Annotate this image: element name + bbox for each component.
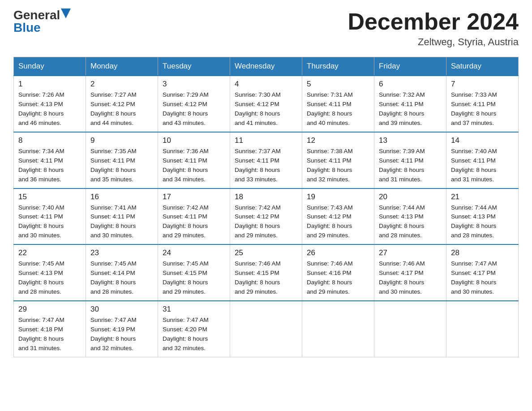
day-number: 25	[235, 248, 297, 257]
calendar-cell: 16Sunrise: 7:41 AMSunset: 4:11 PMDayligh…	[86, 188, 158, 245]
logo: General Blue	[13, 9, 71, 34]
weekday-header-tuesday: Tuesday	[158, 57, 230, 76]
day-number: 26	[307, 248, 369, 257]
calendar-week-row: 15Sunrise: 7:40 AMSunset: 4:11 PMDayligh…	[14, 188, 519, 245]
calendar-cell: 15Sunrise: 7:40 AMSunset: 4:11 PMDayligh…	[14, 188, 86, 245]
calendar-cell	[374, 301, 446, 357]
weekday-header-thursday: Thursday	[302, 57, 374, 76]
calendar-week-row: 29Sunrise: 7:47 AMSunset: 4:18 PMDayligh…	[14, 301, 519, 357]
calendar-cell: 17Sunrise: 7:42 AMSunset: 4:11 PMDayligh…	[158, 188, 230, 245]
day-number: 12	[307, 136, 369, 145]
day-info: Sunrise: 7:27 AMSunset: 4:12 PMDaylight:…	[90, 90, 153, 128]
day-number: 11	[235, 136, 297, 145]
calendar-cell: 11Sunrise: 7:37 AMSunset: 4:11 PMDayligh…	[230, 132, 302, 188]
calendar-cell: 30Sunrise: 7:47 AMSunset: 4:19 PMDayligh…	[86, 301, 158, 357]
day-number: 8	[18, 136, 81, 145]
calendar-cell: 9Sunrise: 7:35 AMSunset: 4:11 PMDaylight…	[86, 132, 158, 188]
day-info: Sunrise: 7:46 AMSunset: 4:15 PMDaylight:…	[235, 259, 297, 297]
day-number: 9	[90, 136, 153, 145]
calendar-week-row: 1Sunrise: 7:26 AMSunset: 4:13 PMDaylight…	[14, 76, 519, 132]
calendar-cell: 28Sunrise: 7:47 AMSunset: 4:17 PMDayligh…	[446, 244, 519, 301]
day-number: 2	[90, 80, 153, 89]
calendar-cell: 12Sunrise: 7:38 AMSunset: 4:11 PMDayligh…	[302, 132, 374, 188]
day-info: Sunrise: 7:29 AMSunset: 4:12 PMDaylight:…	[163, 90, 225, 128]
calendar-week-row: 8Sunrise: 7:34 AMSunset: 4:11 PMDaylight…	[14, 132, 519, 188]
weekday-header-row: SundayMondayTuesdayWednesdayThursdayFrid…	[14, 57, 519, 76]
day-number: 5	[307, 80, 369, 89]
calendar-cell: 6Sunrise: 7:32 AMSunset: 4:11 PMDaylight…	[374, 76, 446, 132]
day-info: Sunrise: 7:45 AMSunset: 4:14 PMDaylight:…	[90, 259, 153, 297]
day-info: Sunrise: 7:26 AMSunset: 4:13 PMDaylight:…	[18, 90, 81, 128]
weekday-header-saturday: Saturday	[446, 57, 519, 76]
day-number: 1	[18, 80, 81, 89]
day-number: 28	[451, 248, 514, 257]
calendar-cell: 3Sunrise: 7:29 AMSunset: 4:12 PMDaylight…	[158, 76, 230, 132]
day-number: 20	[379, 193, 442, 201]
calendar-cell: 7Sunrise: 7:33 AMSunset: 4:11 PMDaylight…	[446, 76, 519, 132]
day-info: Sunrise: 7:31 AMSunset: 4:11 PMDaylight:…	[307, 90, 369, 128]
day-info: Sunrise: 7:32 AMSunset: 4:11 PMDaylight:…	[379, 90, 442, 128]
day-info: Sunrise: 7:42 AMSunset: 4:12 PMDaylight:…	[235, 203, 297, 241]
day-info: Sunrise: 7:47 AMSunset: 4:18 PMDaylight:…	[18, 316, 81, 353]
day-number: 19	[307, 193, 369, 201]
location-text: Zeltweg, Styria, Austria	[348, 36, 519, 48]
calendar-cell: 2Sunrise: 7:27 AMSunset: 4:12 PMDaylight…	[86, 76, 158, 132]
day-number: 13	[379, 136, 442, 145]
month-title: December 2024	[348, 9, 519, 34]
calendar-cell: 24Sunrise: 7:45 AMSunset: 4:15 PMDayligh…	[158, 244, 230, 301]
calendar-cell: 21Sunrise: 7:44 AMSunset: 4:13 PMDayligh…	[446, 188, 519, 245]
day-number: 7	[451, 80, 514, 89]
day-number: 10	[163, 136, 225, 145]
logo-triangle-icon	[61, 9, 71, 18]
calendar-cell	[302, 301, 374, 357]
calendar-cell: 25Sunrise: 7:46 AMSunset: 4:15 PMDayligh…	[230, 244, 302, 301]
page-header: General Blue December 2024 Zeltweg, Styr…	[13, 9, 519, 48]
calendar-cell: 22Sunrise: 7:45 AMSunset: 4:13 PMDayligh…	[14, 244, 86, 301]
day-info: Sunrise: 7:42 AMSunset: 4:11 PMDaylight:…	[163, 203, 225, 241]
day-info: Sunrise: 7:40 AMSunset: 4:11 PMDaylight:…	[18, 203, 81, 241]
day-number: 18	[235, 193, 297, 201]
day-info: Sunrise: 7:44 AMSunset: 4:13 PMDaylight:…	[451, 203, 514, 241]
day-number: 6	[379, 80, 442, 89]
calendar-cell: 1Sunrise: 7:26 AMSunset: 4:13 PMDaylight…	[14, 76, 86, 132]
day-info: Sunrise: 7:38 AMSunset: 4:11 PMDaylight:…	[307, 147, 369, 184]
day-number: 16	[90, 193, 153, 201]
calendar-table: SundayMondayTuesdayWednesdayThursdayFrid…	[13, 57, 519, 357]
day-info: Sunrise: 7:36 AMSunset: 4:11 PMDaylight:…	[163, 147, 225, 184]
weekday-header-wednesday: Wednesday	[230, 57, 302, 76]
day-number: 15	[18, 193, 81, 201]
day-info: Sunrise: 7:47 AMSunset: 4:20 PMDaylight:…	[163, 316, 225, 353]
day-number: 30	[90, 305, 153, 314]
calendar-cell: 18Sunrise: 7:42 AMSunset: 4:12 PMDayligh…	[230, 188, 302, 245]
logo-general-text: General	[13, 9, 60, 21]
calendar-cell: 20Sunrise: 7:44 AMSunset: 4:13 PMDayligh…	[374, 188, 446, 245]
calendar-cell	[446, 301, 519, 357]
calendar-cell: 14Sunrise: 7:40 AMSunset: 4:11 PMDayligh…	[446, 132, 519, 188]
day-info: Sunrise: 7:46 AMSunset: 4:17 PMDaylight:…	[379, 259, 442, 297]
day-info: Sunrise: 7:47 AMSunset: 4:17 PMDaylight:…	[451, 259, 514, 297]
day-info: Sunrise: 7:37 AMSunset: 4:11 PMDaylight:…	[235, 147, 297, 184]
weekday-header-friday: Friday	[374, 57, 446, 76]
calendar-cell	[230, 301, 302, 357]
day-number: 22	[18, 248, 81, 257]
day-number: 21	[451, 193, 514, 201]
weekday-header-sunday: Sunday	[14, 57, 86, 76]
day-info: Sunrise: 7:45 AMSunset: 4:13 PMDaylight:…	[18, 259, 81, 297]
weekday-header-monday: Monday	[86, 57, 158, 76]
calendar-cell: 29Sunrise: 7:47 AMSunset: 4:18 PMDayligh…	[14, 301, 86, 357]
day-number: 3	[163, 80, 225, 89]
calendar-cell: 8Sunrise: 7:34 AMSunset: 4:11 PMDaylight…	[14, 132, 86, 188]
day-info: Sunrise: 7:43 AMSunset: 4:12 PMDaylight:…	[307, 203, 369, 241]
calendar-cell: 5Sunrise: 7:31 AMSunset: 4:11 PMDaylight…	[302, 76, 374, 132]
day-info: Sunrise: 7:33 AMSunset: 4:11 PMDaylight:…	[451, 90, 514, 128]
day-number: 29	[18, 305, 81, 314]
calendar-cell: 26Sunrise: 7:46 AMSunset: 4:16 PMDayligh…	[302, 244, 374, 301]
calendar-cell: 23Sunrise: 7:45 AMSunset: 4:14 PMDayligh…	[86, 244, 158, 301]
day-info: Sunrise: 7:45 AMSunset: 4:15 PMDaylight:…	[163, 259, 225, 297]
day-info: Sunrise: 7:40 AMSunset: 4:11 PMDaylight:…	[451, 147, 514, 184]
day-info: Sunrise: 7:44 AMSunset: 4:13 PMDaylight:…	[379, 203, 442, 241]
calendar-cell: 31Sunrise: 7:47 AMSunset: 4:20 PMDayligh…	[158, 301, 230, 357]
calendar-cell: 10Sunrise: 7:36 AMSunset: 4:11 PMDayligh…	[158, 132, 230, 188]
calendar-cell: 27Sunrise: 7:46 AMSunset: 4:17 PMDayligh…	[374, 244, 446, 301]
calendar-cell: 13Sunrise: 7:39 AMSunset: 4:11 PMDayligh…	[374, 132, 446, 188]
